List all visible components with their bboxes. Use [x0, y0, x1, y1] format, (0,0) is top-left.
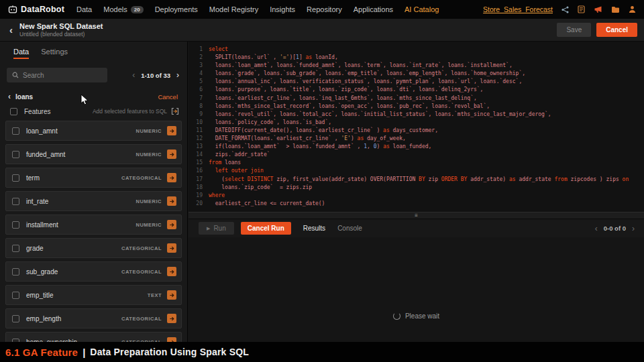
code-line[interactable]: loans.`zip_code` = zips.zip — [209, 184, 629, 192]
prev-page-arrow[interactable]: ‹ — [132, 71, 135, 79]
code-line[interactable]: DATE_FORMAT(loans.`earliest_cr_line` , '… — [209, 135, 629, 143]
feature-checkbox[interactable] — [12, 292, 19, 299]
datarobot-logo[interactable]: DataRobot — [8, 5, 64, 14]
cancel-run-button[interactable]: Cancel Run — [241, 222, 291, 235]
code-line[interactable]: loans.`purpose`, loans.`title`, loans.`z… — [209, 86, 629, 94]
collapse-table-chevron[interactable]: ‹ — [8, 92, 11, 101]
feature-checkbox[interactable] — [12, 127, 19, 135]
feature-row[interactable]: sub_gradeCATEGORICAL — [5, 261, 182, 282]
code-line[interactable]: where — [209, 192, 629, 200]
code-line[interactable]: earliest_cr_line <= current_date() — [209, 200, 629, 208]
feature-row[interactable]: installmentNUMERIC — [5, 215, 182, 235]
search-box[interactable] — [7, 68, 107, 82]
results-next-arrow[interactable]: › — [632, 225, 635, 233]
code-line[interactable]: loans.`policy_code`, loans.`is_bad`, — [209, 119, 629, 127]
code-line[interactable]: DATEDIFF(current_date(), loans.`earliest… — [209, 127, 629, 135]
code-line[interactable]: loans.`grade`, loans.`sub_grade`, loans.… — [209, 70, 629, 78]
tab-results[interactable]: Results — [303, 225, 325, 232]
code-line[interactable]: zips.`addr_state` — [209, 151, 629, 159]
feature-row[interactable]: funded_amntNUMERIC — [5, 144, 182, 164]
docs-icon[interactable] — [578, 5, 585, 13]
header-actions: Save Cancel — [557, 23, 637, 37]
share-icon[interactable] — [561, 6, 569, 13]
code-line[interactable]: loans.`earliest_cr_line`, loans.`inq_las… — [209, 95, 629, 103]
nav-item-model-registry[interactable]: Model Registry — [209, 5, 258, 13]
folder-icon[interactable] — [611, 6, 620, 13]
add-selected-to-sql-icon[interactable] — [171, 107, 179, 115]
code-line[interactable]: left outer join — [209, 167, 629, 175]
insert-feature-icon[interactable] — [167, 290, 176, 300]
insert-feature-icon[interactable] — [167, 173, 176, 182]
feature-type-label: CATEGORICAL — [121, 245, 162, 251]
select-all-checkbox[interactable] — [10, 108, 17, 115]
code-line[interactable]: (select DISTINCT zip, first_value(addr_s… — [209, 176, 629, 184]
editor-code[interactable]: select SPLIT(loans.`url` , '=')[1] as lo… — [209, 46, 629, 212]
insert-feature-icon[interactable] — [167, 196, 176, 206]
loading-indicator: Please wait — [393, 311, 439, 320]
title-block: New Spark SQL Dataset Untitled (blended … — [19, 22, 103, 38]
feature-row[interactable]: emp_lengthCATEGORICAL — [5, 308, 182, 328]
feature-row[interactable]: emp_titleTEXT — [5, 285, 182, 305]
project-link[interactable]: Store_Sales_Forecast — [483, 5, 553, 13]
code-line[interactable]: loans.`loan_amnt`, loans.`funded_amnt`, … — [209, 62, 629, 70]
search-input[interactable] — [23, 72, 102, 79]
code-line[interactable]: select — [209, 46, 629, 54]
feature-row[interactable]: home_ownershipCATEGORICAL — [5, 332, 182, 342]
feature-row[interactable]: loan_amntNUMERIC — [5, 121, 182, 141]
code-line[interactable]: loans.`revol_util`, loans.`total_acc`, l… — [209, 111, 629, 119]
feature-checkbox[interactable] — [12, 151, 19, 158]
results-pager: ‹ 0-0 of 0 › — [595, 225, 635, 233]
nav-item-models[interactable]: Models20 — [103, 5, 143, 13]
insert-feature-icon[interactable] — [167, 243, 176, 253]
nav-item-insights[interactable]: Insights — [270, 5, 295, 13]
cancel-selection-link[interactable]: Cancel — [158, 93, 178, 101]
code-line[interactable]: if(loans.`loan_amnt` > loans.`funded_amn… — [209, 143, 629, 151]
tab-data[interactable]: Data — [13, 48, 29, 59]
insert-feature-icon[interactable] — [167, 267, 176, 276]
nav-item-data[interactable]: Data — [76, 5, 92, 13]
feature-checkbox[interactable] — [12, 268, 19, 276]
insert-feature-icon[interactable] — [167, 220, 176, 229]
code-line[interactable]: from loans — [209, 159, 629, 167]
megaphone-icon[interactable] — [594, 5, 602, 13]
run-button[interactable]: ▶ Run — [199, 222, 234, 235]
feature-type-label: NUMERIC — [136, 152, 162, 158]
mouse-cursor — [80, 94, 89, 106]
feature-checkbox[interactable] — [12, 245, 19, 252]
tab-console[interactable]: Console — [337, 225, 362, 232]
user-icon[interactable] — [629, 5, 636, 13]
insert-feature-icon[interactable] — [167, 337, 176, 342]
feature-checkbox[interactable] — [12, 174, 19, 182]
code-line[interactable]: SPLIT(loans.`url` , '=')[1] as loanId, — [209, 54, 629, 62]
feature-row[interactable]: termCATEGORICAL — [5, 168, 182, 188]
nav-item-deployments[interactable]: Deployments — [155, 5, 198, 13]
feature-checkbox[interactable] — [12, 198, 19, 205]
insert-feature-icon[interactable] — [167, 149, 176, 159]
feature-name: grade — [26, 245, 44, 252]
feature-checkbox[interactable] — [12, 221, 19, 229]
app-window: DataRobot DataModels20DeploymentsModel R… — [0, 0, 644, 362]
insert-feature-icon[interactable] — [167, 126, 176, 135]
feature-row[interactable]: gradeCATEGORICAL — [5, 238, 182, 258]
insert-feature-icon[interactable] — [167, 314, 176, 323]
nav-item-repository[interactable]: Repository — [307, 5, 342, 13]
next-page-arrow[interactable]: › — [176, 71, 179, 79]
feature-checkbox[interactable] — [12, 315, 19, 322]
code-line[interactable]: loans.`annual_inc`, loans.`verification_… — [209, 78, 629, 86]
back-arrow-icon[interactable]: ‹ — [9, 24, 13, 36]
divider-drag-handle-icon[interactable]: ≡ — [415, 213, 418, 219]
run-button-label: Run — [213, 225, 225, 232]
table-group-row: ‹ loans Cancel — [0, 86, 187, 105]
banner-separator: | — [83, 347, 85, 358]
nav-item-ai-catalog[interactable]: AI Catalog — [405, 5, 439, 13]
tab-settings[interactable]: Settings — [41, 48, 68, 59]
code-line[interactable]: loans.`mths_since_last_record`, loans.`o… — [209, 103, 629, 111]
results-prev-arrow[interactable]: ‹ — [595, 225, 598, 233]
cancel-button[interactable]: Cancel — [596, 23, 637, 37]
feature-row[interactable]: int_rateNUMERIC — [5, 191, 182, 211]
panel-divider[interactable]: ≡ — [189, 212, 644, 219]
nav-item-applications[interactable]: Applications — [354, 5, 393, 13]
save-button[interactable]: Save — [557, 23, 591, 37]
banner-feature-label: 6.1 GA Feature — [5, 347, 78, 358]
sql-editor[interactable]: 1234567891011121314151617181920 select S… — [189, 42, 644, 212]
